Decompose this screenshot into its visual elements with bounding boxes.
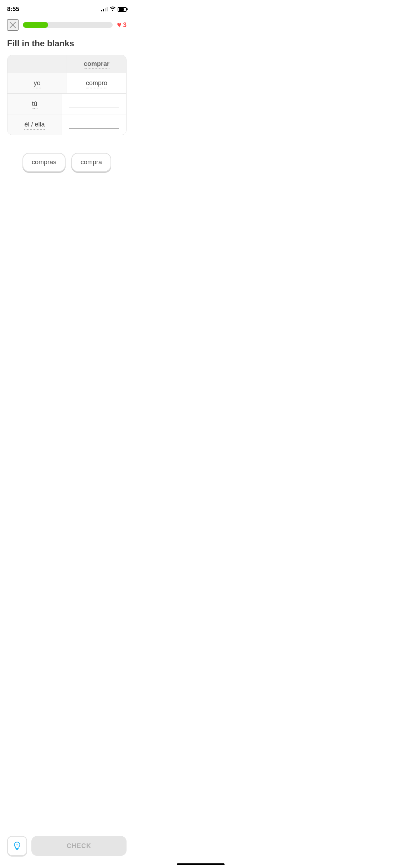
table-header-right: comprar bbox=[67, 55, 126, 73]
signal-icon bbox=[101, 7, 108, 11]
conjugation-yo: compro bbox=[86, 79, 107, 87]
input-line-elella bbox=[69, 128, 119, 129]
input-line-tu bbox=[69, 108, 119, 108]
conjugation-cell-elella[interactable] bbox=[62, 114, 126, 135]
pronoun-cell-tu: tú bbox=[7, 94, 62, 114]
conjugation-cell-tu[interactable] bbox=[62, 94, 126, 114]
page-title: Fill in the blanks bbox=[0, 34, 134, 55]
conjugation-table: comprar yo compro tú él / ella bbox=[7, 55, 127, 135]
table-header-left bbox=[7, 55, 67, 73]
word-chip-compras[interactable]: compras bbox=[22, 153, 66, 172]
verb-header: comprar bbox=[84, 60, 109, 68]
lives-count: 3 bbox=[123, 21, 127, 29]
table-row: tú bbox=[7, 94, 126, 114]
progress-bar bbox=[23, 22, 113, 28]
progress-bar-fill bbox=[23, 22, 48, 28]
conjugation-cell-yo: compro bbox=[67, 73, 126, 93]
status-bar: 8:55 bbox=[0, 0, 134, 16]
pronoun-tu: tú bbox=[32, 100, 37, 108]
pronoun-cell-elella: él / ella bbox=[7, 114, 62, 135]
heart-icon: ♥ bbox=[117, 20, 122, 30]
battery-icon bbox=[118, 7, 127, 12]
status-icons bbox=[101, 6, 127, 12]
pronoun-cell-yo: yo bbox=[7, 73, 67, 93]
header: ♥ 3 bbox=[0, 16, 134, 34]
table-header-row: comprar bbox=[7, 55, 126, 73]
pronoun-elella: él / ella bbox=[24, 121, 45, 128]
table-row: yo compro bbox=[7, 73, 126, 94]
word-choices-area: compras compra bbox=[7, 153, 127, 172]
word-chip-compra[interactable]: compra bbox=[71, 153, 111, 172]
status-time: 8:55 bbox=[7, 6, 19, 13]
wifi-icon bbox=[110, 6, 115, 12]
table-row: él / ella bbox=[7, 114, 126, 135]
pronoun-yo: yo bbox=[34, 79, 40, 87]
lives-container: ♥ 3 bbox=[117, 20, 127, 30]
close-button[interactable] bbox=[7, 19, 19, 31]
